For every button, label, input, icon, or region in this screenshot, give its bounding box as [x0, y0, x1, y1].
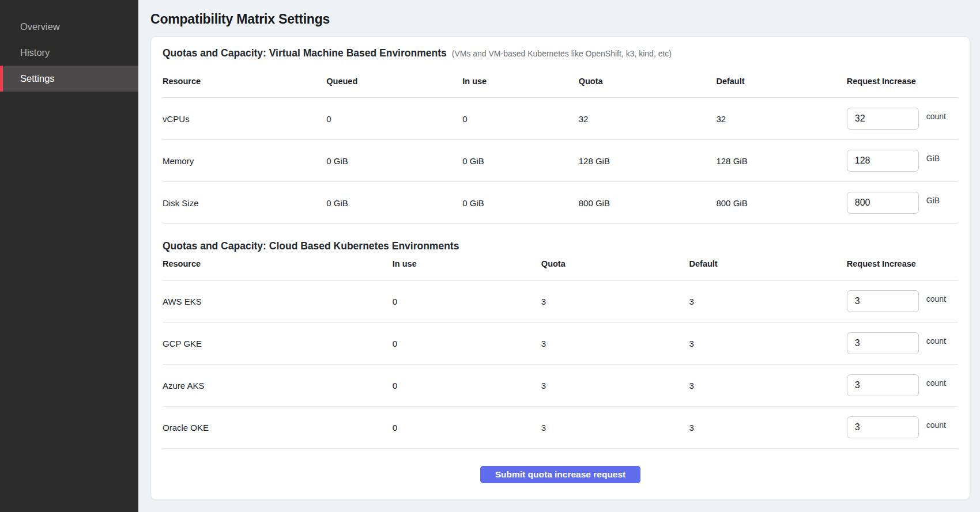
sidebar-item-overview[interactable]: Overview — [0, 14, 138, 40]
cell-request-increase: count — [847, 280, 958, 323]
cell-default: 3 — [689, 365, 847, 407]
column-header-in-use: In use — [393, 252, 541, 280]
cell-default: 128 GiB — [716, 140, 846, 182]
column-header-quota: Quota — [579, 70, 717, 98]
disk-size-request-input[interactable] — [847, 192, 919, 214]
cell-in-use: 0 GiB — [462, 182, 578, 224]
cell-default: 3 — [689, 323, 847, 365]
cell-in-use: 0 GiB — [462, 140, 578, 182]
settings-card: Quotas and Capacity: Virtual Machine Bas… — [150, 36, 970, 500]
cell-resource: Azure AKS — [163, 365, 393, 407]
table-row-aws-eks: AWS EKS 0 3 3 count — [163, 280, 958, 323]
unit-label: GiB — [926, 154, 940, 163]
cell-quota: 3 — [541, 280, 689, 323]
unit-label: count — [926, 294, 946, 304]
azure-aks-request-input[interactable] — [847, 374, 919, 396]
table-row-azure-aks: Azure AKS 0 3 3 count — [163, 365, 958, 407]
cell-resource: Disk Size — [163, 182, 326, 224]
cell-request-increase: GiB — [847, 140, 958, 182]
unit-label: count — [926, 336, 946, 346]
cell-default: 32 — [716, 98, 846, 140]
page-title: Compatibility Matrix Settings — [150, 12, 970, 27]
cell-request-increase: count — [847, 365, 958, 407]
table-row-memory: Memory 0 GiB 0 GiB 128 GiB 128 GiB GiB — [163, 140, 958, 182]
cell-request-increase: count — [847, 98, 958, 140]
table-row-vcpus: vCPUs 0 0 32 32 count — [163, 98, 958, 140]
k8s-section-title: Quotas and Capacity: Cloud Based Kuberne… — [163, 240, 459, 252]
cell-default: 3 — [689, 407, 847, 449]
column-header-quota: Quota — [541, 252, 689, 280]
unit-label: count — [926, 420, 946, 430]
unit-label: count — [926, 378, 946, 388]
cell-quota: 32 — [579, 98, 717, 140]
app-root: Overview History Settings Compatibility … — [0, 0, 980, 512]
k8s-section-header: Quotas and Capacity: Cloud Based Kuberne… — [163, 240, 958, 252]
cell-default: 800 GiB — [716, 182, 846, 224]
main-content: Compatibility Matrix Settings Quotas and… — [138, 0, 980, 512]
sidebar-item-history[interactable]: History — [0, 40, 138, 66]
unit-label: GiB — [926, 196, 940, 205]
cell-in-use: 0 — [393, 407, 541, 449]
cell-in-use: 0 — [462, 98, 578, 140]
vm-section-header: Quotas and Capacity: Virtual Machine Bas… — [163, 47, 958, 59]
cell-request-increase: count — [847, 323, 958, 365]
column-header-resource: Resource — [163, 252, 393, 280]
cell-in-use: 0 — [393, 323, 541, 365]
vcpus-request-input[interactable] — [847, 108, 919, 130]
sidebar-item-settings[interactable]: Settings — [0, 66, 138, 92]
column-header-default: Default — [689, 252, 847, 280]
unit-label: count — [926, 112, 946, 121]
cell-quota: 128 GiB — [579, 140, 717, 182]
table-row-disk-size: Disk Size 0 GiB 0 GiB 800 GiB 800 GiB Gi… — [163, 182, 958, 224]
cell-resource: Oracle OKE — [163, 407, 393, 449]
submit-button-row: Submit quota increase request — [163, 449, 958, 496]
sidebar: Overview History Settings — [0, 0, 138, 512]
cell-quota: 3 — [541, 407, 689, 449]
aws-eks-request-input[interactable] — [847, 290, 919, 312]
sidebar-nav: Overview History Settings — [0, 14, 138, 92]
vm-quota-table: Resource Queued In use Quota Default Req… — [163, 70, 958, 224]
table-row-oracle-oke: Oracle OKE 0 3 3 count — [163, 407, 958, 449]
gcp-gke-request-input[interactable] — [847, 332, 919, 354]
column-header-in-use: In use — [462, 70, 578, 98]
column-header-queued: Queued — [326, 70, 462, 98]
cell-request-increase: count — [847, 407, 958, 449]
cell-quota: 800 GiB — [579, 182, 717, 224]
k8s-quota-table: Resource In use Quota Default Request In… — [163, 252, 958, 449]
vm-section-subtitle: (VMs and VM-based Kubernetes like OpenSh… — [452, 49, 672, 58]
cell-queued: 0 GiB — [326, 182, 462, 224]
submit-quota-increase-button[interactable]: Submit quota increase request — [480, 466, 641, 483]
vm-section-title: Quotas and Capacity: Virtual Machine Bas… — [163, 47, 447, 59]
k8s-table-header-row: Resource In use Quota Default Request In… — [163, 252, 958, 280]
cell-quota: 3 — [541, 323, 689, 365]
cell-resource: AWS EKS — [163, 280, 393, 323]
cell-request-increase: GiB — [847, 182, 958, 224]
column-header-resource: Resource — [163, 70, 326, 98]
cell-default: 3 — [689, 280, 847, 323]
cell-in-use: 0 — [393, 365, 541, 407]
cell-quota: 3 — [541, 365, 689, 407]
vm-table-header-row: Resource Queued In use Quota Default Req… — [163, 70, 958, 98]
cell-resource: GCP GKE — [163, 323, 393, 365]
table-row-gcp-gke: GCP GKE 0 3 3 count — [163, 323, 958, 365]
cell-in-use: 0 — [393, 280, 541, 323]
memory-request-input[interactable] — [847, 150, 919, 172]
cell-queued: 0 — [326, 98, 462, 140]
cell-queued: 0 GiB — [326, 140, 462, 182]
cell-resource: Memory — [163, 140, 326, 182]
column-header-request-increase: Request Increase — [847, 70, 958, 98]
cell-resource: vCPUs — [163, 98, 326, 140]
oracle-oke-request-input[interactable] — [847, 416, 919, 438]
column-header-default: Default — [716, 70, 846, 98]
column-header-request-increase: Request Increase — [847, 252, 958, 280]
